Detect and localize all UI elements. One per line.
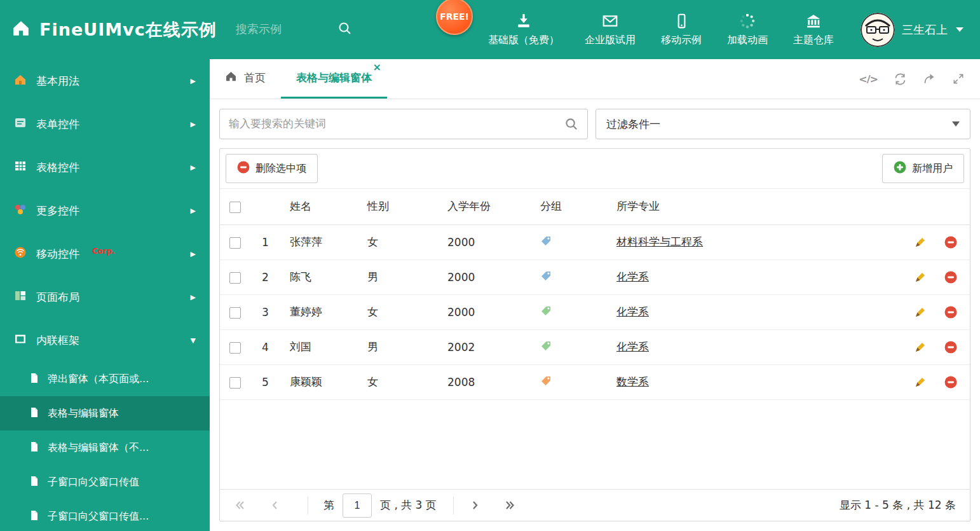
chevron-right-icon: ▶ xyxy=(191,293,196,301)
delete-selected-button[interactable]: 删除选中项 xyxy=(226,154,318,183)
iframe-icon xyxy=(14,333,27,348)
tab-bar: 首页 表格与编辑窗体 × </> xyxy=(210,59,980,99)
sidebar-item-page-layout[interactable]: 页面布局 ▶ xyxy=(0,275,210,319)
chevron-right-icon: ▶ xyxy=(191,163,196,172)
share-icon[interactable] xyxy=(923,72,936,86)
major-link[interactable]: 化学系 xyxy=(616,305,649,318)
user-menu[interactable]: 三生石上 xyxy=(861,13,963,47)
row-checkbox[interactable] xyxy=(229,272,241,284)
search-icon[interactable] xyxy=(337,21,353,39)
table-row: 1 张萍萍 女 2000 材料科学与工程系 xyxy=(220,224,970,259)
sidebar-item-label: 表单控件 xyxy=(36,117,79,132)
sidebar-item-iframe[interactable]: 内联框架 ▼ xyxy=(0,319,210,362)
row-gender: 女 xyxy=(358,294,439,329)
row-year: 2000 xyxy=(439,259,531,294)
column-header-name: 姓名 xyxy=(281,189,358,224)
free-badge: FREE! xyxy=(436,0,473,35)
sidebar: 基本用法 ▶ 表单控件 ▶ 表格控件 ▶ 更多控件 ▶ xyxy=(0,59,210,531)
sidebar-item-more-controls[interactable]: 更多控件 ▶ xyxy=(0,189,210,232)
app-title: FineUIMvc在线示例 xyxy=(39,18,217,41)
edit-pencil-icon[interactable] xyxy=(914,341,927,354)
next-page-button[interactable] xyxy=(469,499,481,511)
filter-dropdown-value: 过滤条件一 xyxy=(606,117,660,132)
row-checkbox[interactable] xyxy=(229,377,241,389)
row-index: 2 xyxy=(253,259,281,294)
major-link[interactable]: 化学系 xyxy=(616,270,649,283)
delete-selected-label: 删除选中项 xyxy=(255,162,306,176)
tag-icon xyxy=(540,272,552,284)
major-link[interactable]: 数学系 xyxy=(616,375,649,388)
code-icon[interactable]: </> xyxy=(859,73,878,85)
row-year: 2000 xyxy=(439,224,531,259)
grid-panel: 删除选中项 新增用户 xyxy=(219,148,970,521)
add-user-button[interactable]: 新增用户 xyxy=(882,154,964,183)
tab-grid-edit-window[interactable]: 表格与编辑窗体 × xyxy=(281,59,387,99)
search-icon[interactable] xyxy=(556,117,587,132)
sidebar-subitem-child-to-parent[interactable]: 子窗口向父窗口传值 xyxy=(0,465,210,499)
nav-label: 基础版（免费） xyxy=(488,34,559,47)
select-all-checkbox[interactable] xyxy=(229,202,241,213)
column-header-actions xyxy=(899,189,970,224)
column-header-gender: 性别 xyxy=(358,189,439,224)
brand[interactable]: FineUIMvc在线示例 xyxy=(0,18,217,41)
nav-item-enterprise-trial[interactable]: 企业版试用 xyxy=(585,13,636,47)
sidebar-subitem-grid-edit-window[interactable]: 表格与编辑窗体 xyxy=(0,396,210,431)
prev-page-button[interactable] xyxy=(269,499,281,511)
sidebar-item-form-controls[interactable]: 表单控件 ▶ xyxy=(0,102,210,146)
delete-row-icon[interactable] xyxy=(944,376,957,389)
expand-icon[interactable] xyxy=(952,72,965,85)
edit-pencil-icon[interactable] xyxy=(914,306,927,319)
delete-row-icon[interactable] xyxy=(944,271,957,284)
tab-home[interactable]: 首页 xyxy=(210,59,281,99)
sidebar-subitem-popup-window[interactable]: 弹出窗体（本页面或... xyxy=(0,362,210,396)
edit-pencil-icon[interactable] xyxy=(914,236,927,249)
header-search xyxy=(236,21,369,39)
last-page-button[interactable] xyxy=(504,499,516,511)
refresh-icon[interactable] xyxy=(894,72,907,86)
bank-icon xyxy=(805,13,822,29)
sidebar-subitem-label: 子窗口向父窗口传值... xyxy=(48,510,149,523)
row-checkbox[interactable] xyxy=(229,307,241,319)
filter-dropdown[interactable]: 过滤条件一 xyxy=(595,109,970,139)
row-checkbox[interactable] xyxy=(229,342,241,354)
delete-row-icon[interactable] xyxy=(944,236,957,249)
nav-item-mobile-demo[interactable]: 移动示例 xyxy=(661,13,702,47)
row-name: 康颖颖 xyxy=(281,364,358,399)
delete-row-icon[interactable] xyxy=(944,341,957,354)
close-icon[interactable]: × xyxy=(373,62,381,72)
row-year: 2000 xyxy=(439,294,531,329)
spinner-icon xyxy=(739,13,756,29)
nav-item-basic-edition[interactable]: 基础版（免费） xyxy=(488,13,559,47)
delete-row-icon[interactable] xyxy=(944,306,957,319)
avatar xyxy=(861,13,895,47)
tab-actions: </> xyxy=(859,59,980,99)
grid-empty-space xyxy=(220,400,970,490)
sidebar-subitem-grid-edit-window-2[interactable]: 表格与编辑窗体（不... xyxy=(0,431,210,465)
row-checkbox[interactable] xyxy=(229,237,241,249)
page-number-input[interactable] xyxy=(343,493,372,518)
file-icon xyxy=(29,373,39,386)
nav-label: 主题仓库 xyxy=(793,34,834,47)
row-index: 3 xyxy=(253,294,281,329)
major-link[interactable]: 化学系 xyxy=(616,340,649,353)
row-index: 4 xyxy=(253,329,281,364)
pager-separator xyxy=(308,497,308,514)
major-link[interactable]: 材料科学与工程系 xyxy=(616,235,703,248)
first-page-button[interactable] xyxy=(234,499,246,511)
nav-item-loading-animations[interactable]: 加载动画 xyxy=(727,13,768,47)
sidebar-item-mobile-controls[interactable]: 移动控件 Corp. ▶ xyxy=(0,232,210,275)
edit-pencil-icon[interactable] xyxy=(914,271,927,284)
header-search-input[interactable] xyxy=(236,23,337,36)
sidebar-item-basic-usage[interactable]: 基本用法 ▶ xyxy=(0,59,210,102)
edit-pencil-icon[interactable] xyxy=(914,376,927,389)
keyword-search-input[interactable] xyxy=(220,118,556,130)
grid-toolbar: 删除选中项 新增用户 xyxy=(220,149,970,189)
tab-label: 首页 xyxy=(244,71,266,85)
page-layout-icon xyxy=(14,289,27,305)
nav-item-theme-store[interactable]: 主题仓库 xyxy=(793,13,834,47)
table-row: 3 董婷婷 女 2000 化学系 xyxy=(220,294,970,329)
users-table: 姓名 性别 入学年份 分组 所学专业 1 张萍萍 xyxy=(220,189,970,400)
sidebar-item-grid-controls[interactable]: 表格控件 ▶ xyxy=(0,146,210,189)
sidebar-subitem-child-to-parent-2[interactable]: 子窗口向父窗口传值... xyxy=(0,499,210,531)
tag-icon xyxy=(540,376,552,389)
